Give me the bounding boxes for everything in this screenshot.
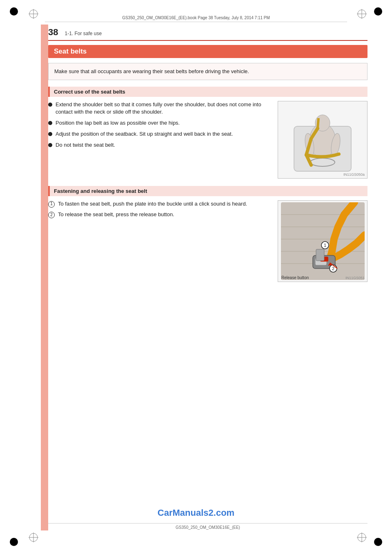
seat-belt-wear-diagram: IN11GS050a [278, 101, 368, 179]
list-item: 1 To fasten the seat belt, push the plat… [48, 200, 271, 208]
sidebar-accent [41, 25, 48, 530]
section-title: 1-1. For safe use [65, 31, 102, 36]
list-item: 2 To release the seat belt, press the re… [48, 211, 271, 219]
crop-mark-bl [10, 538, 18, 546]
section-heading: Seat belts [48, 45, 368, 58]
fastening-heading: Fastening and releasing the seat belt [48, 186, 368, 196]
bullet-icon [48, 143, 52, 147]
svg-rect-22 [316, 249, 324, 261]
diagram2-id: IN11GS051 [345, 276, 365, 280]
correct-use-heading: Correct use of the seat belts [48, 87, 368, 97]
bullet-icon [48, 121, 52, 125]
fastening-steps: 1 To fasten the seat belt, push the plat… [48, 200, 271, 219]
list-item: Adjust the position of the seatback. Sit… [48, 130, 271, 138]
fastening-section: 1 To fasten the seat belt, push the plat… [48, 200, 368, 282]
bullet-text: Position the lap belt as low as possible… [56, 119, 180, 127]
page-footer: GS350_250_OM_OM30E16E_(EE) [48, 523, 368, 530]
page-header: 38 1-1. For safe use [48, 25, 368, 41]
footer-text: GS350_250_OM_OM30E16E_(EE) [176, 525, 240, 530]
list-item: Position the lap belt as low as possible… [48, 119, 271, 127]
step-text-1: To fasten the seat belt, push the plate … [58, 200, 247, 208]
svg-text:2: 2 [332, 266, 334, 271]
correct-use-image: IN11GS050a [278, 101, 368, 179]
buckle-diagram: 1 2 Release button IN11GS051 [278, 200, 368, 282]
crop-mark-tl [10, 7, 18, 16]
fastening-image: 1 2 Release button IN11GS051 [278, 200, 368, 282]
info-box-text: Make sure that all occupants are wearing… [54, 68, 249, 74]
step-number-2: 2 [48, 212, 55, 218]
diagram1-id: IN11GS050a [343, 172, 365, 177]
bullet-text: Extend the shoulder belt so that it come… [56, 101, 271, 116]
list-item: Do not twist the seat belt. [48, 141, 271, 149]
bullet-icon [48, 132, 52, 136]
step-text-2: To release the seat belt, press the rele… [58, 211, 174, 219]
list-item: Extend the shoulder belt so that it come… [48, 101, 271, 116]
crop-mark-tr [374, 7, 382, 16]
release-button-label: Release button [281, 275, 309, 280]
correct-use-section: Extend the shoulder belt so that it come… [48, 101, 368, 179]
crop-mark-br [374, 538, 382, 546]
step-number-1: 1 [48, 201, 55, 208]
bullet-text: Do not twist the seat belt. [56, 141, 115, 149]
page-number: 38 [48, 27, 58, 38]
bullet-icon [48, 103, 52, 107]
bullet-text: Adjust the position of the seatback. Sit… [56, 130, 233, 138]
svg-line-12 [318, 118, 318, 128]
file-info: GS350_250_OM_OM30E16E_(EE).book Page 38 … [45, 16, 347, 22]
correct-use-text: Extend the shoulder belt so that it come… [48, 101, 271, 179]
watermark: CarManuals2.com [158, 508, 234, 518]
fastening-text: 1 To fasten the seat belt, push the plat… [48, 200, 271, 282]
info-box: Make sure that all occupants are wearing… [48, 63, 368, 80]
correct-use-bullets: Extend the shoulder belt so that it come… [48, 101, 271, 149]
watermark-text: CarManuals2.com [158, 508, 234, 518]
svg-text:1: 1 [323, 243, 326, 248]
